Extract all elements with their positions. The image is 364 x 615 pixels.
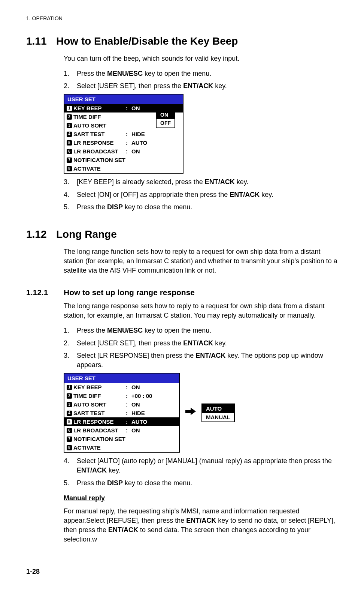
menu-item-number: 5 [67, 419, 72, 424]
step-content: Select [USER SET], then press the ENT/AC… [77, 339, 338, 348]
lr-response-popup[interactable]: AUTO MANUAL [201, 404, 235, 422]
subsection-heading-1121: 1.12.1 How to set up long range response [26, 287, 338, 298]
step-content: Press the MENU/ESC key to open the menu. [77, 326, 338, 335]
menu-item-value: ON [131, 426, 177, 434]
step-bold: ENT/ACK [205, 178, 235, 186]
menu-item-label: TIME DIFF [73, 113, 126, 121]
menu-item-activate[interactable]: 8 ACTIVATE [64, 443, 179, 452]
menu-item-value: ON [131, 400, 177, 408]
menu-item-time-diff[interactable]: 2 TIME DIFF : +00 : 00 [64, 392, 179, 400]
step-bold: ENT/ACK [183, 339, 213, 347]
step-text: Press the [77, 327, 107, 334]
menu-item-number: 5 [67, 140, 72, 146]
menu-item-number: 7 [67, 158, 72, 163]
menu-item-value: ON [131, 383, 177, 391]
menu-item-lr-broadcast[interactable]: 6 LR BROADCAST : ON [64, 426, 179, 435]
step-number: 1. [64, 326, 77, 335]
menu-title: USER SET [64, 374, 179, 383]
step-content: Select [AUTO] (auto reply) or [MANUAL] (… [77, 456, 338, 475]
step-bold: DISP [107, 203, 123, 211]
menu-item-number: 3 [67, 402, 72, 407]
step-content: Select [LR RESPONSE] then press the ENT/… [77, 351, 338, 370]
step-text: Select [USER SET], then press the [77, 82, 183, 90]
step-text: Select [AUTO] (auto reply) or [MANUAL] (… [77, 457, 332, 465]
step-number: 4. [64, 190, 77, 200]
menu-colon: : [126, 383, 131, 391]
menu-item-label: SART TEST [73, 409, 126, 417]
step-number: 4. [64, 456, 77, 475]
step-text: Press the [77, 203, 107, 211]
section-intro: You can turn off the beep, which sounds … [64, 54, 338, 63]
step-number: 5. [64, 202, 77, 212]
popup-option-manual[interactable]: MANUAL [202, 413, 234, 422]
step-text: key. [107, 466, 121, 474]
menu-item-value: HIDE [131, 130, 181, 138]
menu-item-value: +00 : 00 [131, 392, 177, 400]
section-intro: The long range function sets how to repl… [64, 247, 338, 276]
step-text: Select [LR RESPONSE] then press the [77, 352, 195, 359]
manual-reply-text: For manual reply, the requesting ship's … [64, 507, 338, 544]
step-4: 4. Select [AUTO] (auto reply) or [MANUAL… [64, 456, 338, 475]
menu-item-number: 2 [67, 393, 72, 399]
menu-item-lr-broadcast[interactable]: 6 LR BROADCAST : ON [64, 147, 183, 156]
menu-item-label: AUTO SORT [73, 122, 126, 129]
menu-item-lr-response[interactable]: 5 LR RESPONSE : AUTO [64, 417, 179, 426]
step-text: key. [213, 82, 227, 90]
menu-item-value: AUTO [131, 418, 177, 426]
step-bold: DISP [107, 479, 123, 487]
step-text: Select [USER SET], then press the [77, 339, 183, 347]
menu-item-number: 8 [67, 166, 72, 171]
step-3: 3. [KEY BEEP] is already selected, press… [64, 177, 338, 187]
menu-item-number: 1 [67, 106, 72, 111]
menu-colon: : [126, 104, 131, 112]
text-bold: ENT/ACK [108, 526, 138, 534]
menu-item-number: 6 [67, 149, 72, 154]
step-text: key to close the menu. [123, 479, 192, 487]
menu-colon: : [126, 409, 131, 417]
menu-colon: : [126, 426, 131, 434]
user-set-menu-1: USER SET 1 KEY BEEP : ON 2 TIME DIFF 3 A… [64, 94, 183, 174]
section-title: Long Range [56, 227, 117, 242]
menu-item-notification-set[interactable]: 7 NOTIFICATION SET [64, 435, 179, 443]
menu-item-sart-test[interactable]: 4 SART TEST : HIDE [64, 409, 179, 417]
step-4: 4. Select [ON] or [OFF] as appropriate t… [64, 190, 338, 200]
step-bold: ENT/ACK [77, 466, 107, 474]
menu-item-number: 4 [67, 411, 72, 416]
step-5: 5. Press the DISP key to close the menu. [64, 202, 338, 212]
page-number: 1-28 [26, 567, 338, 576]
dropdown-option-off[interactable]: OFF [157, 119, 175, 128]
step-bold: ENT/ACK [183, 82, 213, 90]
svg-marker-0 [185, 408, 196, 415]
subsection-title: How to set up long range response [64, 287, 195, 298]
menu-item-sart-test[interactable]: 4 SART TEST : HIDE [64, 130, 183, 138]
menu-item-key-beep[interactable]: 1 KEY BEEP : ON [64, 383, 179, 392]
step-content: Press the DISP key to close the menu. [77, 202, 338, 212]
step-text: key to open the menu. [143, 70, 211, 77]
dropdown-option-on[interactable]: ON [157, 111, 175, 119]
step-number: 2. [64, 81, 77, 91]
menu-item-value: HIDE [131, 409, 177, 417]
popup-option-auto[interactable]: AUTO [202, 404, 234, 413]
menu-item-number: 6 [67, 428, 72, 433]
menu-item-label: KEY BEEP [73, 104, 126, 112]
menu-item-number: 4 [67, 132, 72, 137]
menu-item-lr-response[interactable]: 5 LR RESPONSE : AUTO [64, 138, 183, 147]
step-content: Select [USER SET], then press the ENT/AC… [77, 81, 338, 91]
step-5: 5. Press the DISP key to close the menu. [64, 478, 338, 488]
step-text: key. [235, 178, 249, 186]
subsection-intro: The long range response sets how to repl… [64, 302, 338, 320]
menu-item-value: ON [131, 147, 181, 155]
section-title: How to Enable/Disable the Key Beep [56, 34, 238, 48]
menu-item-label: ACTIVATE [73, 165, 126, 172]
step-bold: MENU/ESC [107, 70, 143, 77]
menu-item-activate[interactable]: 8 ACTIVATE [64, 164, 183, 173]
key-beep-dropdown[interactable]: ON OFF [156, 110, 175, 128]
step-content: Select [ON] or [OFF] as appropriate then… [77, 190, 338, 200]
menu-item-auto-sort[interactable]: 3 AUTO SORT : ON [64, 400, 179, 409]
step-number: 1. [64, 69, 77, 78]
step-text: Select [ON] or [OFF] as appropriate then… [77, 191, 230, 198]
step-number: 2. [64, 339, 77, 348]
menu-item-notification-set[interactable]: 7 NOTIFICATION SET [64, 156, 183, 164]
section-heading-111: 1.11 How to Enable/Disable the Key Beep [26, 34, 338, 48]
menu-item-number: 8 [67, 445, 72, 450]
